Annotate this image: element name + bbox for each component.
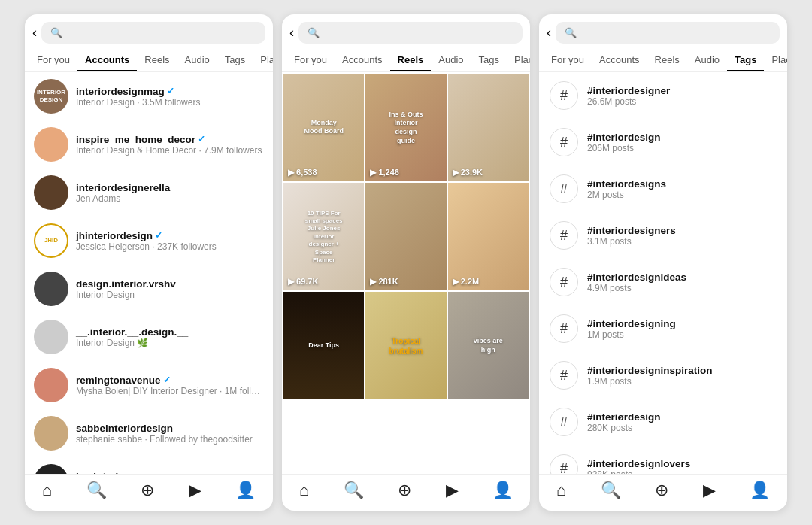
tab-accounts-3[interactable]: Accounts	[592, 48, 647, 71]
account-item[interactable]: __.interior.__.design.__Interior Design …	[25, 313, 273, 361]
nav-reels-2[interactable]: ▶	[446, 481, 459, 500]
hashtag-icon: #	[550, 314, 578, 343]
tab-places-3[interactable]: Places	[764, 48, 787, 71]
tag-item[interactable]: ##interiørdesign280K posts	[539, 399, 787, 445]
tag-item[interactable]: ##interiordesign206M posts	[539, 119, 787, 165]
tag-name: #interiordesign	[587, 132, 777, 143]
tag-post-count: 3.1M posts	[587, 236, 777, 247]
search-icon-2: 🔍	[308, 27, 320, 38]
reel-overlay: Ins & Outs Interior design guide	[386, 110, 426, 145]
back-button-3[interactable]: ‹	[547, 25, 551, 41]
nav-search-3[interactable]: 🔍	[601, 481, 621, 500]
tag-item[interactable]: ##interiordesigns2M posts	[539, 165, 787, 212]
reel-overlay: vibes are high	[468, 337, 508, 354]
account-item[interactable]: sabbeinteriordesignstephanie sabbe · Fol…	[25, 409, 273, 457]
account-item[interactable]: interiordesignerellaJen Adams	[25, 168, 273, 217]
reel-cell[interactable]: ▶ 281K	[365, 183, 446, 290]
tag-info: #interiordesignideas4.9M posts	[587, 272, 777, 293]
account-handle: remingtonavenue✓	[76, 375, 264, 386]
tab-tags-3[interactable]: Tags	[727, 48, 764, 71]
account-handle: interiordesignerella	[76, 182, 264, 193]
tag-item[interactable]: ##interiordesignideas4.9M posts	[539, 259, 787, 305]
tag-info: #interiordesigning1M posts	[587, 318, 777, 340]
back-button-1[interactable]: ‹	[32, 25, 37, 41]
nav-profile-3[interactable]: 👤	[750, 481, 770, 500]
account-item[interactable]: inspire_me_home_decor✓Interior Design & …	[25, 120, 273, 168]
back-button-2[interactable]: ‹	[289, 25, 294, 41]
nav-search-2[interactable]: 🔍	[344, 481, 364, 500]
tag-info: #interiordesign206M posts	[587, 132, 777, 153]
tab-tags-1[interactable]: Tags	[217, 48, 253, 71]
nav-reels-1[interactable]: ▶	[189, 481, 201, 500]
tab-foryou-2[interactable]: For you	[286, 48, 335, 71]
hashtag-icon: #	[550, 361, 578, 390]
tab-accounts-2[interactable]: Accounts	[335, 48, 389, 71]
reel-background	[448, 74, 529, 181]
tab-reels-2[interactable]: Reels	[390, 48, 432, 71]
tag-name: #interiordesignlovers	[587, 458, 777, 469]
account-subtitle: Mysha Bolen| DIY Interior Designer · 1M …	[76, 386, 264, 396]
verified-badge: ✓	[167, 86, 174, 96]
hashtag-icon: #	[550, 174, 578, 203]
account-item[interactable]: remingtonavenue✓Mysha Bolen| DIY Interio…	[25, 361, 273, 409]
tag-item[interactable]: ##interiordesignlovers928K posts	[539, 445, 787, 474]
account-subtitle: Interior Design & Home Decor · 7.9M foll…	[76, 145, 264, 156]
tab-tags-2[interactable]: Tags	[471, 48, 507, 71]
nav-add-1[interactable]: ⊕	[141, 481, 154, 500]
avatar: JHID	[34, 223, 68, 258]
nav-profile-1[interactable]: 👤	[235, 481, 256, 500]
tag-item[interactable]: ##interiordesigners3.1M posts	[539, 212, 787, 259]
search-box-2[interactable]: 🔍	[298, 22, 523, 44]
tag-item[interactable]: ##interiordesigner26.6M posts	[539, 72, 787, 119]
tab-places-2[interactable]: Place	[507, 48, 530, 71]
tab-places-1[interactable]: Place	[253, 48, 273, 71]
search-box-3[interactable]: 🔍	[556, 22, 780, 44]
reel-cell[interactable]: 10 TIPS For small spaces Julie Jones Int…	[283, 183, 364, 290]
reel-cell[interactable]: ▶ 2.2M	[448, 183, 529, 290]
search-box-1[interactable]: 🔍	[41, 22, 265, 44]
tab-foryou-3[interactable]: For you	[544, 48, 592, 71]
nav-home-1[interactable]: ⌂	[42, 481, 52, 500]
nav-home-2[interactable]: ⌂	[299, 481, 309, 500]
tab-audio-3[interactable]: Audio	[687, 48, 727, 71]
account-item[interactable]: INTERIOR DESIGNinteriordesignmag✓Interio…	[25, 72, 273, 120]
tag-item[interactable]: ##interiordesigning1M posts	[539, 305, 787, 352]
hashtag-icon: #	[550, 454, 578, 474]
accounts-list: INTERIOR DESIGNinteriordesignmag✓Interio…	[25, 72, 273, 474]
nav-add-2[interactable]: ⊕	[398, 481, 411, 500]
account-handle: sabbeinteriordesign	[76, 423, 264, 434]
nav-add-3[interactable]: ⊕	[655, 481, 668, 500]
reel-cell[interactable]: Ins & Outs Interior design guide▶ 1,246	[365, 74, 446, 181]
account-item[interactable]: design.interior.vrshvInterior Design	[25, 265, 273, 313]
reel-cell[interactable]: vibes are high	[448, 292, 529, 399]
reel-cell[interactable]: Dear Tips	[283, 292, 364, 399]
nav-search-1[interactable]: 🔍	[86, 481, 107, 500]
avatar	[34, 416, 68, 451]
reel-cell[interactable]: ▶ 23.9K	[448, 74, 529, 181]
screen-accounts: ‹ 🔍 For you Accounts Reels Audio Tags Pl…	[25, 14, 273, 511]
tag-post-count: 2M posts	[587, 190, 777, 200]
tab-reels-3[interactable]: Reels	[647, 48, 687, 71]
tab-reels-1[interactable]: Reels	[137, 48, 177, 71]
reel-cell[interactable]: Monday Mood Board▶ 6,538	[283, 74, 364, 181]
tag-post-count: 4.9M posts	[587, 283, 777, 293]
hashtag-icon: #	[550, 268, 578, 296]
reel-overlay: 10 TIPS For small spaces Julie Jones Int…	[304, 209, 344, 264]
account-item[interactable]: JHIDjhinteriordesign✓Jessica Helgerson ·…	[25, 217, 273, 265]
tag-name: #interiordesigninspiration	[587, 365, 777, 376]
reels-grid-container: Monday Mood Board▶ 6,538Ins & Outs Inter…	[282, 72, 530, 474]
account-item[interactable]: LUXlux.interiorsInterior Design & Archit…	[25, 457, 273, 474]
nav-profile-2[interactable]: 👤	[492, 481, 513, 500]
tag-item[interactable]: ##interiordesigninspiration1.9M posts	[539, 352, 787, 399]
tab-audio-2[interactable]: Audio	[431, 48, 471, 71]
tab-foryou-1[interactable]: For you	[29, 48, 77, 71]
tab-audio-1[interactable]: Audio	[177, 48, 217, 71]
nav-reels-3[interactable]: ▶	[703, 481, 716, 500]
tab-accounts-1[interactable]: Accounts	[77, 48, 137, 71]
account-info: __.interior.__.design.__Interior Design …	[76, 326, 264, 348]
reel-count: ▶ 23.9K	[453, 168, 483, 178]
nav-home-3[interactable]: ⌂	[556, 481, 566, 500]
tag-info: #interiordesigns2M posts	[587, 178, 777, 200]
reel-cell[interactable]: Tropical brutalism	[365, 292, 446, 399]
bottom-nav-2: ⌂ 🔍 ⊕ ▶ 👤	[282, 474, 530, 511]
